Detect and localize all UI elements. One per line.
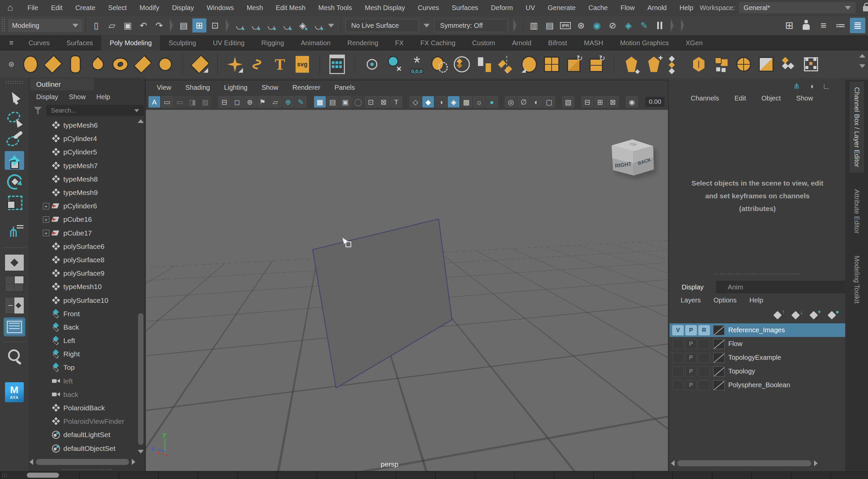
collapse-arrow[interactable] xyxy=(170,19,173,32)
platonic-solid-icon[interactable] xyxy=(190,53,210,75)
attribute-editor-button[interactable]: ≡ xyxy=(816,18,831,33)
time-slider-strip[interactable] xyxy=(0,471,868,479)
menu-item[interactable]: Cache xyxy=(582,4,614,12)
exposure-icon[interactable]: ◉ xyxy=(626,96,638,107)
multi-cut-icon[interactable] xyxy=(712,53,731,75)
rotate-tool[interactable] xyxy=(5,172,24,191)
outliner-item[interactable]: PolaroidViewFinder xyxy=(29,415,136,428)
shelf-tab[interactable]: Curves xyxy=(20,35,58,51)
shelf-tab[interactable]: Bifrost xyxy=(540,35,576,51)
gate-mask-icon[interactable]: ◨ xyxy=(187,96,198,107)
scroll-right-icon[interactable] xyxy=(132,459,135,465)
lock-camera-icon[interactable]: ◻ xyxy=(231,96,243,107)
camera-select-icon[interactable]: ⊟ xyxy=(218,96,230,107)
ambient-occlusion-icon[interactable]: ◎ xyxy=(505,96,517,107)
anti-aliasing-icon[interactable]: ◐ xyxy=(530,96,542,107)
extrude-icon[interactable] xyxy=(622,53,641,75)
layer-reference-toggle[interactable] xyxy=(699,353,710,363)
shelf-tab[interactable]: Surfaces xyxy=(58,35,101,51)
panel-menu-item[interactable]: Layers xyxy=(674,296,707,304)
layer-editor-horizontal-scrollbar[interactable] xyxy=(671,459,842,468)
lock-icon[interactable] xyxy=(863,6,868,11)
toggle-viewport-renderer-icon[interactable]: ◉ xyxy=(590,19,604,32)
bevel-icon[interactable] xyxy=(644,53,663,75)
scrollbar-thumb[interactable] xyxy=(677,460,811,466)
side-tab[interactable]: Modeling Toolkit xyxy=(849,250,864,309)
super-ellipse-icon[interactable] xyxy=(225,53,245,75)
manipulator-axis-icon[interactable]: ⋔ xyxy=(791,81,802,92)
shelf-tab[interactable]: FX Caching xyxy=(412,35,464,51)
menu-item[interactable]: Surfaces xyxy=(445,4,485,12)
outliner-horizontal-scrollbar[interactable] xyxy=(30,457,135,466)
panel-menu-item[interactable]: Shading xyxy=(178,84,217,91)
select-object-icon[interactable]: ⊞ xyxy=(192,19,207,32)
poly-disc-icon[interactable] xyxy=(155,53,175,75)
panel-menu-item[interactable]: Edit xyxy=(727,94,754,102)
outliner-item[interactable]: Right xyxy=(29,347,136,361)
workspace-select[interactable]: General* xyxy=(739,2,856,13)
chevron-down-icon[interactable] xyxy=(328,24,334,28)
select-hierarchy-icon[interactable]: ▤ xyxy=(177,19,191,32)
shelf-tab[interactable]: Sculpting xyxy=(160,35,205,51)
open-render-view-icon[interactable]: ▥ xyxy=(527,19,541,32)
outliner-item[interactable]: pCylinder4 xyxy=(29,132,136,146)
undo-icon[interactable]: ↶ xyxy=(136,19,151,32)
menu-set-select[interactable]: Modeling xyxy=(8,19,83,32)
drag-handle[interactable] xyxy=(1,18,5,33)
single-pane-layout-button[interactable] xyxy=(5,254,24,271)
texture-placement-icon[interactable]: T xyxy=(391,96,402,107)
collapse-arrow[interactable] xyxy=(681,19,684,32)
drag-handle[interactable] xyxy=(5,81,24,84)
view-cube-top-label[interactable]: TOP xyxy=(630,142,637,147)
aa-samples-icon[interactable]: ▢ xyxy=(543,96,555,107)
grease-pencil-icon[interactable]: ✎ xyxy=(295,96,307,107)
layer-reference-toggle[interactable]: R xyxy=(699,325,710,335)
character-controls-button[interactable] xyxy=(799,18,814,33)
menu-item[interactable]: Curves xyxy=(411,4,445,12)
panel-menu-item[interactable]: Channels xyxy=(683,94,727,102)
menu-item[interactable]: Create xyxy=(69,4,102,12)
freeze-transform-icon[interactable]: 0,0,0 xyxy=(407,53,427,75)
modeling-toolkit-button[interactable]: ⊞ xyxy=(781,18,797,33)
chevron-down-icon[interactable] xyxy=(134,109,139,112)
move-layer-up-icon[interactable]: ↑ xyxy=(773,310,785,320)
shelf-tab[interactable]: Rigging xyxy=(253,35,292,51)
outliner-item[interactable]: typeMesh9 xyxy=(29,186,136,199)
layer-visibility-toggle[interactable] xyxy=(672,380,684,390)
outliner-item[interactable]: Left xyxy=(29,334,136,347)
menu-item[interactable]: Mesh xyxy=(240,4,270,12)
poly-plane-icon[interactable] xyxy=(133,53,153,75)
menu-item[interactable]: Help xyxy=(673,4,700,12)
quad-draw-icon[interactable] xyxy=(756,53,776,75)
move-layer-down-icon[interactable]: ↓ xyxy=(791,310,803,320)
snap-projected-center-icon[interactable]: ◡ xyxy=(280,19,294,32)
menu-item[interactable]: Windows xyxy=(200,4,240,12)
layer-reference-toggle[interactable] xyxy=(699,380,710,390)
layer-row[interactable]: P Flow xyxy=(670,337,845,351)
outliner-item[interactable]: PolaroidBack xyxy=(29,401,136,415)
bridge-icon[interactable] xyxy=(666,53,686,75)
poly-cube-icon[interactable] xyxy=(43,53,63,75)
reduce-icon[interactable] xyxy=(779,53,798,75)
outliner-tab[interactable]: Outliner xyxy=(30,78,94,90)
scroll-right-icon[interactable] xyxy=(814,460,818,466)
image-plane-icon[interactable]: ▱ xyxy=(270,96,281,107)
shelf-tab[interactable]: Animation xyxy=(292,35,339,51)
zoom-tool[interactable] xyxy=(5,347,24,366)
light-linking-icon[interactable]: ⊘ xyxy=(606,19,620,32)
create-layer-from-selected-icon[interactable]: ● xyxy=(827,310,839,320)
four-pane-layout-button[interactable] xyxy=(5,276,24,292)
menu-item[interactable]: UV xyxy=(519,4,541,12)
home-icon[interactable]: ⌂ xyxy=(7,3,13,12)
filter-icon[interactable] xyxy=(32,105,43,116)
component-editor-icon[interactable] xyxy=(328,53,347,75)
outliner-item[interactable]: typeMesh8 xyxy=(29,172,136,186)
sweep-mesh-icon[interactable] xyxy=(689,53,709,75)
layer-editor-tab[interactable]: Display xyxy=(670,281,716,293)
panel-menu-item[interactable]: Help xyxy=(743,296,770,304)
triangulate-icon[interactable] xyxy=(564,53,584,75)
panel-menu-item[interactable]: Show xyxy=(254,84,285,91)
shelf-tabs-menu-icon[interactable]: ≡ xyxy=(5,35,18,51)
bookmark-icon[interactable]: ⚑ xyxy=(257,96,269,107)
grid-toggle-icon[interactable]: ▦ xyxy=(314,96,326,107)
